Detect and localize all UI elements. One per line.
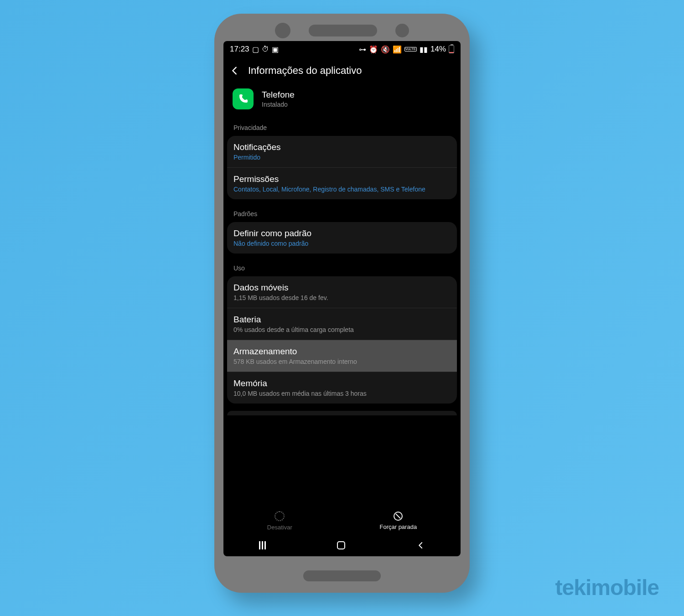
row-mobile-data[interactable]: Dados móveis 1,15 MB usados desde 16 de …: [227, 276, 457, 308]
app-status: Instalado: [262, 101, 295, 108]
back-button[interactable]: [230, 66, 240, 76]
group-usage: Dados móveis 1,15 MB usados desde 16 de …: [227, 276, 457, 404]
mute-icon: 🔇: [381, 45, 390, 54]
row-title: Memória: [233, 378, 451, 388]
row-sub: 578 KB usados em Armazenamento interno: [233, 358, 451, 365]
row-sub: 10,0 MB usados em média nas últimas 3 ho…: [233, 390, 451, 397]
row-title: Permissões: [233, 174, 451, 184]
row-memory[interactable]: Memória 10,0 MB usados em média nas últi…: [227, 372, 457, 404]
section-usage-label: Uso: [223, 261, 461, 276]
row-storage[interactable]: Armazenamento 578 KB usados em Armazenam…: [227, 340, 457, 372]
nav-bar: [223, 534, 461, 556]
phone-frame: 17:23 ▢ ⏱ ▣ ⊶ ⏰ 🔇 📶 VoLTE ▮▮ 14% Informa…: [214, 14, 470, 593]
row-sub: Não definido como padrão: [233, 240, 451, 247]
phone-cutouts: [214, 23, 470, 38]
row-notifications[interactable]: Notificações Permitido: [227, 136, 457, 168]
screen: 17:23 ▢ ⏱ ▣ ⊶ ⏰ 🔇 📶 VoLTE ▮▮ 14% Informa…: [223, 41, 461, 556]
group-defaults: Definir como padrão Não definido como pa…: [227, 222, 457, 254]
row-title: Armazenamento: [233, 347, 451, 357]
row-battery[interactable]: Bateria 0% usados desde a última carga c…: [227, 308, 457, 340]
app-icon: [233, 88, 254, 109]
page-title: Informações do aplicativo: [248, 65, 362, 77]
phone-home-indicator: [303, 570, 381, 581]
section-defaults-label: Padrões: [223, 207, 461, 222]
row-sub: Contatos, Local, Microfone, Registro de …: [233, 186, 451, 193]
disable-icon: [275, 511, 285, 521]
nav-home-button[interactable]: [337, 541, 345, 549]
watermark: tekimobile: [555, 575, 659, 600]
row-title: Dados móveis: [233, 283, 451, 293]
row-title: Definir como padrão: [233, 228, 451, 238]
section-privacy-label: Privacidade: [223, 120, 461, 136]
signal-icon: ▮▮: [420, 45, 428, 54]
nav-recent-button[interactable]: [259, 541, 266, 549]
app-header: Telefone Instalado: [223, 86, 461, 120]
alarm-icon: ⏱: [262, 45, 269, 53]
alarm2-icon: ⏰: [369, 45, 378, 54]
next-group-peek: [227, 411, 457, 415]
row-sub: Permitido: [233, 154, 451, 161]
battery-percent: 14%: [430, 45, 446, 54]
disable-button: Desativar: [267, 511, 292, 531]
wifi-icon: 📶: [393, 45, 402, 54]
row-sub: 0% usados desde a última carga completa: [233, 326, 451, 333]
force-stop-button[interactable]: Forçar parada: [379, 512, 417, 530]
battery-icon: [449, 45, 454, 53]
row-title: Bateria: [233, 315, 451, 325]
image-icon: ▢: [252, 45, 259, 54]
row-title: Notificações: [233, 142, 451, 152]
force-stop-label: Forçar parada: [379, 523, 417, 530]
row-permissions[interactable]: Permissões Contatos, Local, Microfone, R…: [227, 168, 457, 199]
disable-label: Desativar: [267, 524, 292, 531]
app-name: Telefone: [262, 90, 295, 100]
status-bar: 17:23 ▢ ⏱ ▣ ⊶ ⏰ 🔇 📶 VoLTE ▮▮ 14%: [223, 41, 461, 57]
app-icon-small: ▣: [272, 45, 279, 54]
vpn-icon: ⊶: [359, 45, 366, 54]
title-bar: Informações do aplicativo: [223, 57, 461, 86]
status-time: 17:23: [230, 45, 249, 54]
lte-icon: VoLTE: [404, 47, 417, 52]
nav-back-button[interactable]: [417, 541, 425, 549]
force-stop-icon: [394, 512, 403, 521]
row-set-default[interactable]: Definir como padrão Não definido como pa…: [227, 222, 457, 254]
row-sub: 1,15 MB usados desde 16 de fev.: [233, 294, 451, 301]
group-privacy: Notificações Permitido Permissões Contat…: [227, 136, 457, 199]
bottom-bar: Desativar Forçar parada: [223, 506, 461, 534]
